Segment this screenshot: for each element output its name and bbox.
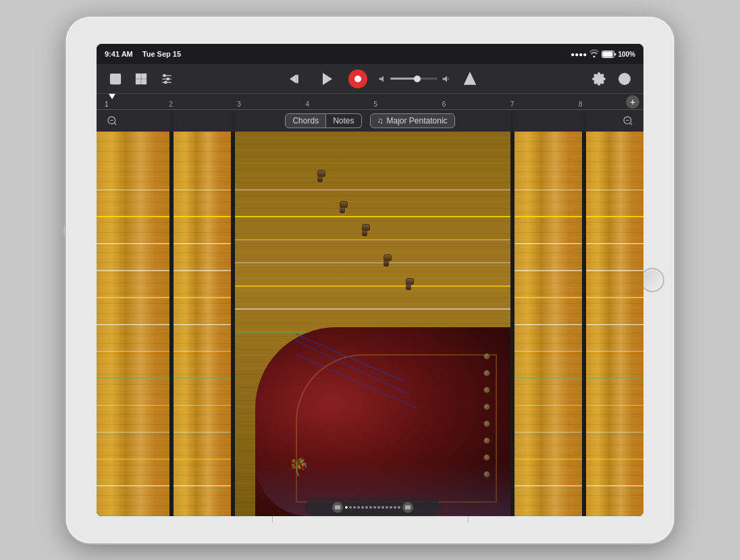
- add-section-button[interactable]: +: [626, 95, 639, 109]
- bridge-peg-3: [362, 224, 370, 236]
- ruler-mark-8: 8: [579, 101, 583, 108]
- rewind-button[interactable]: [286, 69, 305, 88]
- ruler-mark-1: 1: [105, 101, 109, 108]
- wifi-icon: [589, 49, 599, 59]
- svg-rect-6: [142, 79, 147, 84]
- scroll-dot-13: [394, 506, 396, 509]
- side-button[interactable]: [63, 226, 66, 235]
- wood-panel-center: 🎋: [235, 132, 510, 516]
- top-controls-panel: Chords Notes ♫ Major Pentatonic: [97, 110, 643, 132]
- chord-notes-toggle[interactable]: Chords Notes: [285, 113, 361, 128]
- strings-left-1: [97, 132, 169, 516]
- svg-point-11: [167, 78, 169, 80]
- svg-marker-13: [290, 75, 296, 83]
- svg-rect-14: [296, 75, 298, 83]
- bridge-peg-1: [317, 170, 325, 182]
- svg-marker-18: [443, 76, 448, 82]
- ruler-mark-3: 3: [237, 101, 241, 108]
- scroll-left-handle[interactable]: [332, 502, 343, 513]
- mixer-button[interactable]: [157, 69, 176, 88]
- svg-line-29: [630, 123, 632, 125]
- wood-panel-right-2: [586, 132, 643, 516]
- guzheng-body: 🎋: [255, 327, 510, 516]
- chords-button[interactable]: Chords: [285, 113, 326, 128]
- scroll-dot-2: [349, 506, 352, 509]
- scroll-dots: [345, 506, 400, 509]
- ipad-screen: 9:41 AM Tue Sep 15 ●●●●: [97, 44, 643, 516]
- toolbar-left: [106, 69, 176, 88]
- scroll-bar[interactable]: [305, 499, 440, 516]
- svg-rect-3: [136, 74, 141, 78]
- ruler-numbers: 1 2 3 4 5 6 7 8: [101, 94, 626, 109]
- wood-panel-left-2: [174, 132, 231, 516]
- wood-panel-left-1: [97, 132, 169, 516]
- scroll-dot-8: [373, 506, 376, 509]
- svg-rect-5: [136, 79, 141, 84]
- scale-icon: ♫: [377, 116, 384, 125]
- battery-icon: 100%: [602, 51, 635, 58]
- bridge-peg-2: [340, 201, 348, 213]
- strings-right-2: [586, 132, 643, 516]
- svg-line-26: [114, 123, 116, 125]
- ruler-mark-2: 2: [169, 101, 173, 108]
- status-time: 9:41 AM: [105, 50, 133, 58]
- play-button[interactable]: [316, 68, 338, 90]
- ruler-mark-5: 5: [374, 101, 378, 108]
- svg-line-31: [296, 341, 411, 395]
- bridge-peg-5: [406, 278, 414, 290]
- toolbar-center: [286, 68, 479, 90]
- zoom-out-right-button[interactable]: [620, 113, 635, 128]
- chord-notes-scale-controls: Chords Notes ♫ Major Pentatonic: [285, 113, 454, 128]
- scale-label: Major Pentatonic: [387, 116, 448, 125]
- home-button[interactable]: [640, 268, 664, 292]
- scroll-dot-4: [357, 506, 360, 509]
- ruler-mark-4: 4: [305, 101, 309, 108]
- instrument-panels: 🎋: [97, 110, 643, 516]
- main-area: Chords Notes ♫ Major Pentatonic: [97, 110, 643, 516]
- scroll-dot-9: [377, 506, 380, 509]
- ruler-mark-7: 7: [510, 101, 514, 108]
- scale-selector-button[interactable]: ♫ Major Pentatonic: [370, 113, 455, 128]
- scroll-dot-11: [386, 506, 388, 509]
- svg-point-10: [163, 74, 165, 76]
- bridge-peg-4: [384, 254, 392, 267]
- svg-rect-4: [142, 74, 147, 78]
- playhead[interactable]: [109, 94, 115, 99]
- status-icons: ●●●● 100%: [571, 49, 635, 59]
- svg-marker-19: [465, 73, 475, 84]
- svg-rect-1: [603, 51, 613, 57]
- scroll-dot-3: [353, 506, 356, 509]
- svg-line-32: [296, 354, 417, 408]
- help-button[interactable]: [615, 69, 634, 88]
- signal-icon: ●●●●: [571, 51, 587, 58]
- scroll-dot-10: [381, 506, 384, 509]
- scroll-dot-5: [361, 506, 364, 509]
- toolbar: [97, 64, 643, 94]
- scroll-dot-1: [345, 506, 348, 509]
- track-ruler: 1 2 3 4 5 6 7 8 +: [97, 94, 643, 110]
- record-button[interactable]: [348, 69, 367, 88]
- strings-right-1: [514, 132, 582, 516]
- svg-line-30: [296, 334, 404, 381]
- settings-button[interactable]: [589, 69, 608, 88]
- ipad-device: 9:41 AM Tue Sep 15 ●●●●: [66, 17, 674, 543]
- new-track-button[interactable]: [106, 69, 125, 88]
- zoom-out-left-button[interactable]: [105, 113, 120, 128]
- svg-marker-15: [323, 73, 332, 85]
- scroll-dot-14: [398, 506, 400, 509]
- svg-point-12: [165, 81, 167, 83]
- metronome-button[interactable]: [460, 69, 479, 88]
- scroll-dot-12: [390, 506, 392, 509]
- scroll-right-handle[interactable]: [402, 502, 413, 513]
- volume-slider-area[interactable]: [378, 75, 450, 83]
- status-bar: 9:41 AM Tue Sep 15 ●●●●: [97, 44, 643, 64]
- svg-marker-17: [379, 76, 384, 82]
- track-view-button[interactable]: [132, 69, 151, 88]
- svg-point-16: [354, 76, 361, 82]
- scroll-dot-7: [369, 506, 372, 509]
- scroll-dot-6: [365, 506, 368, 509]
- ruler-mark-6: 6: [442, 101, 446, 108]
- strings-left-2: [174, 132, 231, 516]
- notes-button[interactable]: Notes: [326, 113, 361, 128]
- wood-panel-right-1: [514, 132, 582, 516]
